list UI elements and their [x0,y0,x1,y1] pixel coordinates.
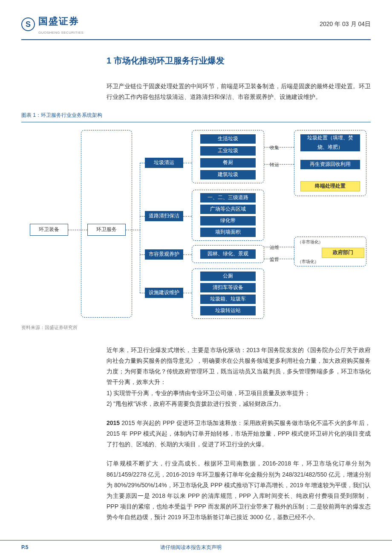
box-garbage-transport: 垃圾清运 [145,158,183,168]
box-sweeper: 清扫车等设备 [200,283,256,292]
section-heading: 1 市场化推动环卫服务行业爆发 [107,53,371,68]
box-recycle: 再生资源回收利用 [300,160,360,169]
box-bins: 垃圾箱、垃圾车 [200,295,256,304]
line [183,254,192,255]
label-transfer: 转运 [270,161,279,169]
logo-subtitle: GUOSHENG SECURITIES [38,30,84,36]
logo-mark-icon: S [21,17,35,31]
box-service: 环卫服务 [87,224,126,236]
label-supervise: 监督 [270,255,279,264]
line [183,163,192,163]
system-architecture-diagram: 环卫装备 环卫服务 垃圾清运 道路清扫保洁 市容景观养护 设施建设维护 生活垃圾… [21,126,371,322]
line [183,293,192,293]
line [264,164,294,165]
figure-source: 资料来源：国盛证券研究所 [21,324,371,332]
box-industrial-garbage: 工业垃圾 [200,146,256,156]
line [140,254,145,255]
box-equipment: 环卫装备 [30,224,68,236]
box-road-levels: 一、二、三级道路 [200,193,256,202]
box-government: 政府部门 [322,248,364,258]
box-public-area: 广场等公共区域 [200,205,256,214]
box-toilet: 公厕 [200,272,256,281]
line [264,259,294,259]
line [126,230,141,230]
logo-text: 国盛证券 [38,13,84,30]
paragraph-2: 近年来，环卫行业爆发式增长，主要是市场化驱动：2013 年国务院发发的《国务院办… [107,345,371,409]
section-number: 1 [107,56,111,65]
paragraph-4: 订单规模不断扩大，行业高成长。根据环卫司南数据，2016-2018 年，环卫市场… [107,458,371,523]
company-logo: S 国盛证券 GUOSHENG SECURITIES [21,13,84,36]
section-title-text: 市场化推动环卫服务行业爆发 [114,56,225,65]
line [264,147,294,147]
box-green-belt: 绿化带 [200,216,256,225]
box-domestic-garbage: 生活垃圾 [200,134,256,144]
box-kitchen-garbage: 餐厨 [200,158,256,168]
box-facility: 设施建设维护 [145,288,183,298]
report-date: 2020 年 03 月 04日 [320,19,371,29]
figure-caption: 图表 1：环卫服务行业业务系统架构 [21,111,371,122]
paragraph-3: 2015 2015 年兴起的 PPP 促进环卫市场加速释放：采用政府购买服务做市… [107,418,371,450]
box-road-cleaning: 道路清扫保洁 [145,211,183,221]
line [183,216,192,217]
box-landscape: 市容景观养护 [145,249,183,260]
box-terminal: 终端处理处置 [300,181,360,191]
p3-text: 2015 年兴起的 PPP 促进环卫市场加速释放：采用政府购买服务做市场化不温不… [107,419,371,448]
box-gardens: 园林、绿化、景观 [200,249,256,259]
box-transfer-station: 垃圾转运站 [200,306,256,315]
box-construction-garbage: 建筑垃圾 [200,170,256,179]
p2-item1: 1) 实现管干分离，专业的事情由专业环卫公司做，环卫项目质量及效率提升； [107,390,310,396]
label-ops: 运维 [270,243,279,252]
box-wall-area: 墙到墙面积 [200,228,256,237]
line [68,230,87,230]
line [264,247,294,247]
page-number: P.5 [21,543,28,552]
label-collect: 收集 [270,144,279,152]
p2-item2: 2) "甩包袱"诉求，政府不再需要负责拨款进行投资，减轻财政压力。 [107,400,285,407]
box-disposal: 垃圾处置（填埋、焚烧、堆肥） [300,134,360,151]
label-nonmarket: （非市场化） [297,238,323,246]
line [140,293,145,293]
line [140,163,140,293]
label-market: （市场化） [297,258,319,266]
footer-disclaimer: 请仔细阅读本报告末页声明 [160,543,222,552]
intro-paragraph: 环卫产业链位于固废处理处置的中间环节，前端是环卫装备制造，后端是固废的最终处理处… [107,81,371,102]
line [140,163,145,163]
p2-intro: 近年来，环卫行业爆发式增长，主要是市场化驱动：2013 年国务院发发的《国务院办… [107,347,371,386]
page-footer: P.5 请仔细阅读本报告末页声明 [0,540,392,555]
line [140,216,145,217]
page-header: S 国盛证券 GUOSHENG SECURITIES 2020 年 03 月 0… [21,13,371,40]
